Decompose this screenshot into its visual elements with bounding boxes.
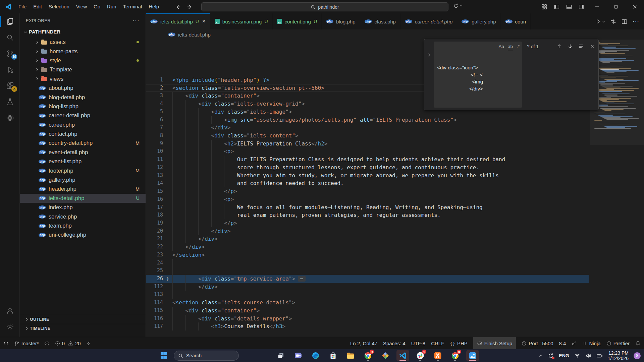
timeline-section[interactable]: TIMELINE — [20, 324, 146, 333]
gutter[interactable]: 26❯ — [146, 275, 172, 283]
close-button[interactable] — [625, 0, 644, 13]
gutter[interactable]: 23 — [146, 251, 172, 259]
status-live-server-port[interactable]: Port : 5500 — [522, 337, 553, 349]
gutter[interactable]: 20 — [146, 227, 172, 235]
gutter[interactable]: 8 — [146, 132, 172, 140]
menu-selection[interactable]: Selection — [45, 0, 73, 13]
file-item-career-detail.php[interactable]: phpcareer-detail.php — [20, 111, 146, 120]
activity-search-icon[interactable] — [0, 29, 20, 46]
previous-match-icon[interactable] — [556, 44, 562, 49]
gutter[interactable]: 115 — [146, 307, 172, 315]
status-eol[interactable]: CRLF — [431, 337, 444, 349]
volume-icon[interactable] — [585, 353, 591, 359]
gutter[interactable]: 112 — [146, 283, 172, 291]
more-actions-icon[interactable]: ··· — [633, 18, 639, 25]
file-item-event-list.php[interactable]: phpevent-list.php — [20, 157, 146, 166]
status-remote-indicator[interactable] — [3, 337, 9, 349]
tab-class.php[interactable]: phpclass.php — [360, 13, 400, 29]
folder-item-assets[interactable]: assets — [20, 38, 146, 47]
taskbar-app-file-explorer[interactable] — [344, 350, 357, 361]
language-indicator[interactable]: ENG — [559, 353, 569, 358]
tab-coun[interactable]: phpcoun — [501, 13, 531, 29]
tab-gallery.php[interactable]: phpgallery.php — [457, 13, 500, 29]
menu-file[interactable]: File — [15, 0, 30, 13]
gutter[interactable]: 3 — [146, 92, 172, 100]
file-item-event-detail.php[interactable]: phpevent-detail.php — [20, 148, 146, 157]
toggle-sidebar-icon[interactable] — [554, 4, 559, 10]
open-changes-icon[interactable] — [610, 19, 616, 24]
file-item-blog-list.php[interactable]: phpblog-list.php — [20, 102, 146, 111]
folder-item-home-parts[interactable]: home-parts — [20, 47, 146, 56]
file-item-team.php[interactable]: phpteam.php — [20, 221, 146, 230]
back-button[interactable] — [175, 4, 181, 10]
gutter[interactable]: 10 — [146, 147, 172, 156]
file-item-about.php[interactable]: phpabout.php — [20, 83, 146, 93]
tab-blog.php[interactable]: phpblog.php — [322, 13, 360, 29]
sync-dropdown-button[interactable] — [453, 3, 463, 8]
gutter[interactable]: 113 — [146, 291, 172, 299]
explorer-more-actions[interactable]: ··· — [132, 17, 140, 24]
gutter[interactable]: 14 — [146, 179, 172, 187]
wifi-icon[interactable] — [574, 353, 580, 359]
file-item-ielts-detail.php[interactable]: phpielts-detail.phpU — [20, 194, 146, 203]
gutter[interactable]: 7 — [146, 124, 172, 132]
status-indentation[interactable]: Spaces: 4 — [383, 337, 406, 349]
status-intelephense-key[interactable] — [572, 337, 577, 349]
status-publish-changes[interactable] — [44, 337, 50, 349]
outline-section[interactable]: OUTLINE — [20, 315, 146, 324]
activity-settings-icon[interactable] — [0, 319, 20, 335]
status-cursor-position[interactable]: Ln 2, Col 47 — [350, 337, 377, 349]
taskbar-app-edge[interactable] — [309, 350, 322, 361]
menu-help[interactable]: Help — [145, 0, 162, 13]
menu-terminal[interactable]: Terminal — [120, 0, 146, 13]
gutter[interactable]: 4 — [146, 100, 172, 108]
activity-account-icon[interactable] — [0, 303, 20, 319]
status-language-mode[interactable]: {}PHP — [450, 337, 468, 349]
gutter[interactable]: 21 — [146, 235, 172, 243]
gutter[interactable]: 24 — [146, 259, 172, 267]
gutter[interactable]: 117 — [146, 322, 172, 330]
menu-view[interactable]: View — [73, 0, 90, 13]
run-button[interactable] — [596, 19, 605, 24]
gutter[interactable]: 22 — [146, 243, 172, 251]
status-thunder-client[interactable] — [86, 337, 91, 349]
status-encoding[interactable]: UTF-8 — [411, 337, 426, 349]
taskbar-app-task-view[interactable] — [274, 350, 287, 361]
taskbar-app-xampp[interactable] — [431, 350, 444, 361]
find-flag-Aa[interactable]: Aa — [498, 43, 504, 50]
forward-button[interactable] — [187, 4, 193, 10]
gutter[interactable]: 17 — [146, 203, 172, 212]
gutter[interactable]: 6 — [146, 116, 172, 124]
tab-businessman.png[interactable]: businessman.pngU — [210, 13, 273, 29]
taskbar-app-slack[interactable]: 1 — [414, 350, 427, 361]
folder-item-Template[interactable]: Template — [20, 65, 146, 74]
taskbar-search[interactable]: Search — [174, 351, 239, 361]
tab-ielts-detail.php[interactable]: phpielts-detail.phpU× — [146, 13, 210, 29]
taskbar-clock[interactable]: 12:23 PM 1/12/2026 — [608, 350, 629, 361]
file-item-service.php[interactable]: phpservice.php — [20, 212, 146, 221]
gutter[interactable]: 5 — [146, 108, 172, 116]
gutter[interactable]: 114 — [146, 299, 172, 307]
status-php-version[interactable]: 8.4 — [559, 337, 566, 349]
gutter[interactable]: 16 — [146, 195, 172, 203]
file-item-contact.php[interactable]: phpcontact.php — [20, 129, 146, 138]
file-item-uni-college.php[interactable]: phpuni-college.php — [20, 230, 146, 239]
gutter[interactable]: 25 — [146, 267, 172, 275]
activity-testing-icon[interactable] — [0, 94, 20, 110]
find-flag-ab[interactable]: ab — [508, 43, 513, 50]
taskbar-app-chrome[interactable]: R — [449, 350, 462, 361]
gutter[interactable]: 15 — [146, 187, 172, 195]
gutter[interactable]: 12 — [146, 164, 172, 172]
taskbar-app-drawio[interactable] — [379, 350, 392, 361]
command-center-search[interactable]: pathfinder — [201, 2, 448, 11]
activity-extensions-icon[interactable]: ⚠ — [0, 78, 20, 94]
split-editor-icon[interactable] — [622, 19, 627, 24]
customize-layout-icon[interactable] — [541, 4, 547, 10]
taskbar-app-vscode[interactable] — [396, 350, 409, 361]
file-item-index.php[interactable]: phpindex.php — [20, 203, 146, 212]
status-git-branch[interactable]: master* — [14, 337, 39, 349]
find-input[interactable]: Aaab.* <div class="icon"> <!-- < <img </… — [434, 42, 522, 108]
gutter[interactable]: 116 — [146, 315, 172, 323]
taskbar-app-chrome[interactable]: R — [362, 350, 374, 361]
find-in-selection-icon[interactable] — [579, 44, 584, 49]
